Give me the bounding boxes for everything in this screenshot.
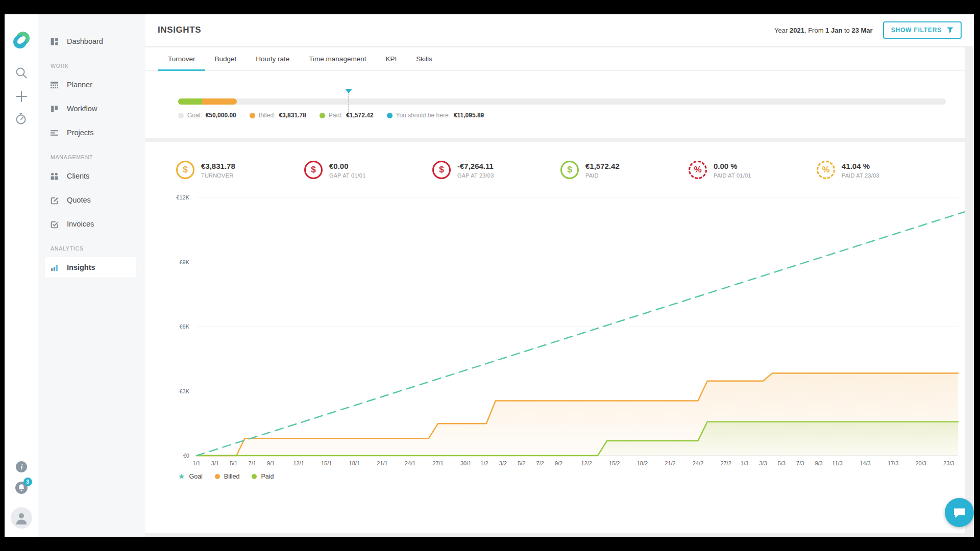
sidebar-item-label: Insights <box>67 263 95 271</box>
stat-label: GAP AT 01/01 <box>329 172 366 179</box>
period-from: 1 Jan <box>825 27 842 34</box>
tab-label: KPI <box>385 55 397 63</box>
svg-text:5/3: 5/3 <box>778 460 786 466</box>
tab-time-management[interactable]: Time management <box>299 47 376 70</box>
sidebar-item-planner[interactable]: Planner <box>38 74 145 95</box>
show-filters-button[interactable]: SHOW FILTERS <box>883 21 962 39</box>
sidebar-item-label: Invoices <box>67 220 94 228</box>
main-area: INSIGHTS Year 2021, From 1 Jan to 23 Mar… <box>145 14 974 537</box>
tab-label: Hourly rate <box>256 55 289 63</box>
filter-funnel-icon <box>947 27 953 33</box>
tab-label: Skills <box>416 55 432 63</box>
svg-text:21/1: 21/1 <box>377 460 387 466</box>
tab-turnover[interactable]: Turnover <box>158 47 205 70</box>
chat-bubble-icon <box>953 507 966 519</box>
chart-legend: ★Goal Billed Paid <box>145 473 965 480</box>
svg-text:7/2: 7/2 <box>536 460 544 466</box>
stat-value: €1,572.42 <box>585 162 620 170</box>
tab-hourly-rate[interactable]: Hourly rate <box>246 47 299 70</box>
period-summary: Year 2021, From 1 Jan to 23 Mar <box>774 27 873 34</box>
chart-legend-goal[interactable]: ★Goal <box>178 473 203 480</box>
sidebar-item-invoices[interactable]: Invoices <box>38 214 145 234</box>
chart-legend-billed[interactable]: Billed <box>215 473 240 480</box>
app-logo-icon[interactable] <box>12 31 31 50</box>
tab-kpi[interactable]: KPI <box>376 47 406 70</box>
progress-billed-segment <box>202 98 237 105</box>
page-title: INSIGHTS <box>158 25 201 35</box>
sidebar-section-management: MANAGEMENT <box>38 154 145 160</box>
legend-value: €3,831.78 <box>279 112 306 119</box>
svg-text:€6K: €6K <box>179 323 189 330</box>
invoices-icon <box>50 220 59 229</box>
svg-text:24/1: 24/1 <box>405 460 415 466</box>
svg-text:12/1: 12/1 <box>293 460 304 466</box>
you-should-be-here-marker <box>345 89 352 115</box>
svg-text:18/2: 18/2 <box>637 460 648 466</box>
legend-you-should-be-here: You should be here:€11,095.89 <box>387 112 484 119</box>
workflow-icon <box>50 105 59 113</box>
period-to: 23 Mar <box>851 27 872 34</box>
legend-value: €50,000.00 <box>206 112 236 119</box>
marker-triangle-icon <box>345 89 352 93</box>
stat-gap-today: $ -€7,264.11GAP AT 23/03 <box>432 161 560 179</box>
sidebar-item-quotes[interactable]: Quotes <box>38 190 145 210</box>
projects-icon <box>50 129 59 137</box>
progress-paid-segment <box>178 98 202 105</box>
avatar[interactable] <box>10 507 33 529</box>
svg-text:27/2: 27/2 <box>720 460 731 466</box>
timer-icon[interactable] <box>15 112 28 126</box>
screen: i 3 Dashboard WORK Planner Work <box>0 0 980 551</box>
svg-text:20/3: 20/3 <box>915 460 926 466</box>
svg-text:5/2: 5/2 <box>518 460 525 466</box>
dollar-icon: $ <box>304 161 323 179</box>
svg-text:18/1: 18/1 <box>349 460 360 466</box>
dollar-icon: $ <box>176 161 194 179</box>
sidebar-item-label: Dashboard <box>67 37 103 45</box>
sidebar-item-projects[interactable]: Projects <box>38 122 145 143</box>
svg-text:5/1: 5/1 <box>230 460 237 466</box>
chart-legend-paid[interactable]: Paid <box>252 473 274 480</box>
sidebar-item-dashboard[interactable]: Dashboard <box>38 31 145 52</box>
sidebar-item-workflow[interactable]: Workflow <box>38 98 145 119</box>
insights-bar-chart-icon <box>50 263 59 272</box>
turnover-summary-card: Turnover Budget Hourly rate Time managem… <box>145 47 965 138</box>
svg-text:14/3: 14/3 <box>860 460 870 466</box>
stat-label: PAID AT 01/01 <box>714 172 751 179</box>
chart-legend-label: Billed <box>224 473 240 480</box>
svg-text:23/3: 23/3 <box>943 460 954 466</box>
notifications-bell-icon[interactable]: 3 <box>15 481 28 494</box>
svg-text:21/2: 21/2 <box>665 460 675 466</box>
sidebar-item-clients[interactable]: Clients <box>38 166 145 186</box>
show-filters-label: SHOW FILTERS <box>891 27 942 34</box>
tab-label: Budget <box>215 55 237 63</box>
sidebar-item-label: Clients <box>67 172 89 180</box>
page-header: INSIGHTS Year 2021, From 1 Jan to 23 Mar… <box>145 14 974 46</box>
goal-dot-icon <box>178 113 184 118</box>
clients-icon <box>50 172 59 181</box>
sidebar-item-insights[interactable]: Insights <box>45 257 136 278</box>
target-dot-icon <box>387 113 393 118</box>
add-icon[interactable] <box>15 90 28 103</box>
stat-paid-pct-today: % 41.04 %PAID AT 23/03 <box>817 161 945 179</box>
icon-rail: i 3 <box>5 14 38 537</box>
star-icon: ★ <box>178 474 185 479</box>
sidebar-item-label: Projects <box>67 129 93 137</box>
svg-text:27/1: 27/1 <box>432 460 443 466</box>
stat-value: -€7,264.11 <box>457 162 494 170</box>
tab-budget[interactable]: Budget <box>205 47 247 70</box>
search-icon[interactable] <box>15 66 28 80</box>
svg-text:€12K: €12K <box>176 194 189 201</box>
chat-button[interactable] <box>945 498 974 527</box>
period-text: Year <box>774 27 790 34</box>
stat-label: PAID AT 23/03 <box>842 172 879 179</box>
svg-text:€3K: €3K <box>179 388 189 394</box>
tab-skills[interactable]: Skills <box>406 47 442 70</box>
svg-text:3/3: 3/3 <box>759 460 767 466</box>
paid-dot-icon <box>320 113 325 118</box>
legend-label: Goal: <box>187 112 202 119</box>
legend-goal: Goal:€50,000.00 <box>178 112 236 119</box>
billed-dot-icon <box>250 113 255 118</box>
info-icon[interactable]: i <box>15 461 28 473</box>
stat-label: GAP AT 23/03 <box>457 172 494 179</box>
sidebar: Dashboard WORK Planner Workflow Projects… <box>38 14 145 537</box>
